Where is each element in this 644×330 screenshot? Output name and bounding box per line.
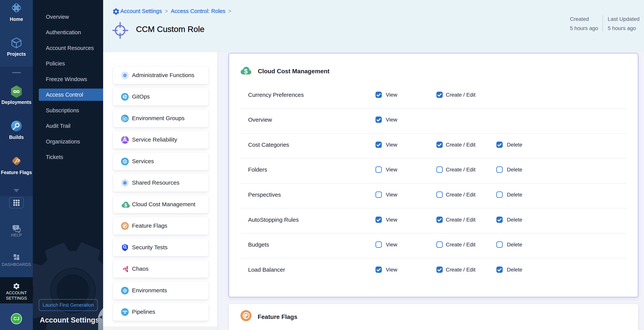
svg-text:$: $	[244, 68, 248, 75]
svg-text:$: $	[124, 202, 127, 208]
svg-text:?: ?	[15, 226, 17, 229]
